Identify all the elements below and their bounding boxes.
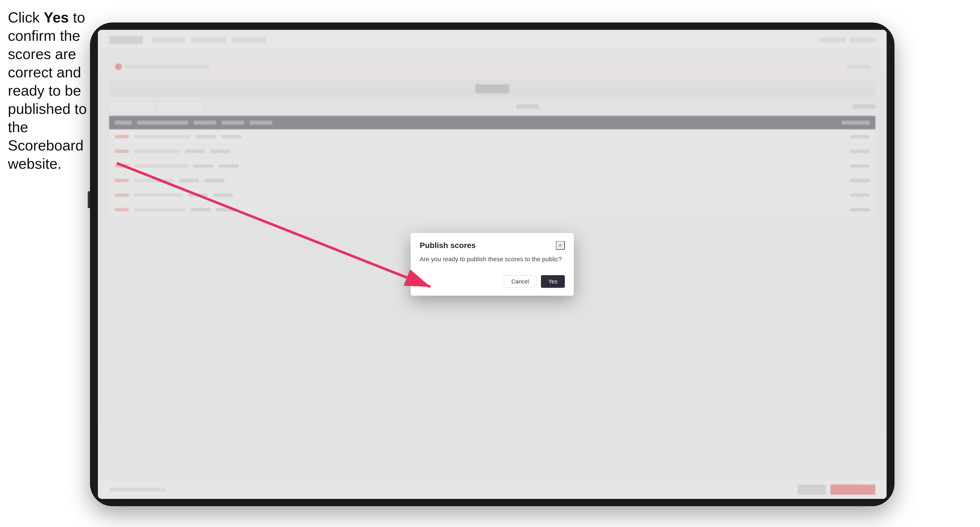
- modal-header: Publish scores ×: [410, 233, 574, 256]
- cancel-button[interactable]: Cancel: [504, 275, 536, 288]
- modal-close-button[interactable]: ×: [556, 241, 565, 250]
- yes-button[interactable]: Yes: [541, 275, 565, 288]
- instruction-text: Click Yes to confirm the scores are corr…: [8, 8, 89, 173]
- modal-footer: Cancel Yes: [410, 270, 574, 296]
- tablet-screen: Publish scores × Are you ready to publis…: [98, 30, 887, 499]
- modal-title: Publish scores: [420, 241, 476, 250]
- modal-body-text: Are you ready to publish these scores to…: [410, 256, 574, 270]
- modal-wrapper: Publish scores × Are you ready to publis…: [410, 233, 574, 296]
- tablet-side-button: [88, 191, 90, 208]
- tablet-device: Publish scores × Are you ready to publis…: [90, 22, 894, 506]
- modal-dialog: Publish scores × Are you ready to publis…: [410, 233, 574, 296]
